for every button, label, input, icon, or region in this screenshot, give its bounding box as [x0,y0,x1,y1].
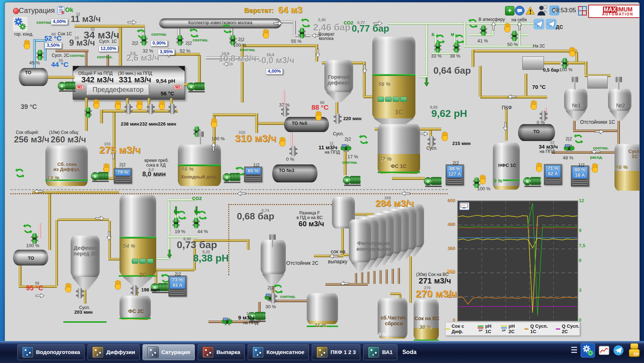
flow-meter-icon[interactable] [340,144,352,152]
pipe[interactable] [55,220,58,286]
pipe[interactable] [247,239,249,250]
tray-gears-icon[interactable] [581,343,595,358]
vfd-display[interactable]: 73 %93 А [168,276,186,296]
shutoff-valve-icon[interactable] [147,103,155,115]
pump-icon[interactable] [58,80,77,92]
pipe[interactable] [314,255,343,257]
chat-icon[interactable] [515,6,524,15]
pipe[interactable] [155,269,194,271]
pipe[interactable] [392,269,394,284]
predefecator-button[interactable]: Преддефекатор [87,84,149,95]
pump-icon[interactable] [91,170,110,183]
pipe[interactable] [524,74,527,96]
tray-trend-icon[interactable] [599,346,609,355]
taskbar-button-active[interactable]: Сатурация [143,344,195,360]
pipe[interactable] [39,223,41,238]
telegram-send2-icon[interactable] [546,19,557,30]
pipe[interactable] [472,50,474,67]
pipe[interactable] [241,44,244,103]
shutoff-valve-icon[interactable] [124,103,133,115]
control-valve-icon[interactable] [434,41,442,54]
auto-recycle-icon[interactable] [222,24,232,33]
pipe[interactable] [355,273,357,284]
settings-gears-icon[interactable] [12,16,28,32]
pump-icon[interactable] [424,175,443,188]
pipe[interactable] [386,269,388,284]
pipe[interactable] [242,44,318,47]
pipe[interactable] [291,130,293,146]
pipe[interactable] [85,52,87,66]
vfd-display[interactable]: 85 % [244,167,262,182]
control-valve-icon[interactable] [172,217,180,229]
vfd-display[interactable]: 80 %18 А [571,165,589,186]
pipe[interactable] [398,268,400,284]
vfd-display[interactable]: 71 %82 А [544,164,562,185]
pipe[interactable] [552,151,620,154]
pipe[interactable] [392,177,425,180]
taskbar-button-app[interactable]: Конденсатное [248,344,309,360]
pipe[interactable] [108,258,121,260]
pipe[interactable] [390,292,401,295]
pipe[interactable] [425,25,428,77]
pipe[interactable] [102,110,178,113]
shutoff-valve-icon[interactable] [76,287,84,299]
pipe[interactable] [367,272,369,284]
control-valve-icon[interactable] [36,49,44,61]
shutoff-valve-icon[interactable] [333,113,342,125]
tray-telegram-icon[interactable] [613,345,624,356]
text-label[interactable]: 3,95% [158,49,175,55]
pipe[interactable] [379,270,382,284]
pipe[interactable] [100,110,103,123]
pipe[interactable] [373,271,375,284]
control-valve-icon[interactable] [176,34,184,46]
pipe[interactable] [213,113,258,116]
pipe[interactable] [258,122,285,125]
pipe[interactable] [198,55,201,84]
pump-icon[interactable] [523,175,542,188]
pipe[interactable] [168,236,198,238]
control-valve-icon[interactable] [298,27,306,39]
taskbar-button-app[interactable]: ПКФ 1 2 3 [312,344,360,360]
pump-icon[interactable] [343,174,362,187]
text-label[interactable]: 12,00% [99,46,118,52]
text-label[interactable]: 4,00% [51,19,68,25]
text-label[interactable]: 3,50% [45,42,62,49]
pipe[interactable] [274,300,310,302]
pipe[interactable] [255,113,258,133]
pipe[interactable] [361,272,363,284]
auto-recycle-icon[interactable] [301,18,310,28]
pipe[interactable] [472,50,577,53]
auto-recycle-icon[interactable] [574,134,583,144]
pump-icon[interactable] [222,171,242,184]
control-valve-icon[interactable] [140,34,148,46]
alarm-dot-icon[interactable] [13,8,19,14]
auto-recycle-icon[interactable] [359,135,368,144]
trend-popup-button[interactable] [459,202,469,210]
operator-icon[interactable] [536,5,548,16]
control-valve-icon[interactable] [510,30,518,42]
trend-plot[interactable] [457,200,578,321]
alarm-warning-icon[interactable] [526,6,535,15]
taskbar-button-app[interactable]: ВА1 [363,344,397,360]
pipe[interactable] [84,289,86,304]
pump-icon[interactable] [187,80,206,93]
control-valve-icon[interactable] [84,106,92,119]
auto-recycle-icon[interactable] [189,28,199,38]
pipe[interactable] [543,62,560,64]
text-label[interactable]: 4,00% [266,68,283,74]
pipe[interactable] [48,194,51,241]
pipe[interactable] [364,95,373,98]
telegram-send-icon[interactable] [533,19,544,30]
shutoff-valve-icon[interactable] [130,284,139,296]
control-valve-icon[interactable] [479,24,487,37]
shutoff-valve-icon[interactable] [269,292,278,304]
auto-recycle-icon[interactable] [15,168,24,178]
tray-robot-icon[interactable]: Dif [627,342,640,358]
taskbar-button-app[interactable]: Выпарка [198,344,245,360]
flow-meter-icon[interactable] [221,318,233,326]
shutoff-valve-icon[interactable] [289,145,298,157]
pipe[interactable] [55,50,89,52]
control-valve-icon[interactable] [452,41,460,54]
pipe[interactable] [617,121,620,145]
vfd-display[interactable]: 79 % [114,168,132,183]
